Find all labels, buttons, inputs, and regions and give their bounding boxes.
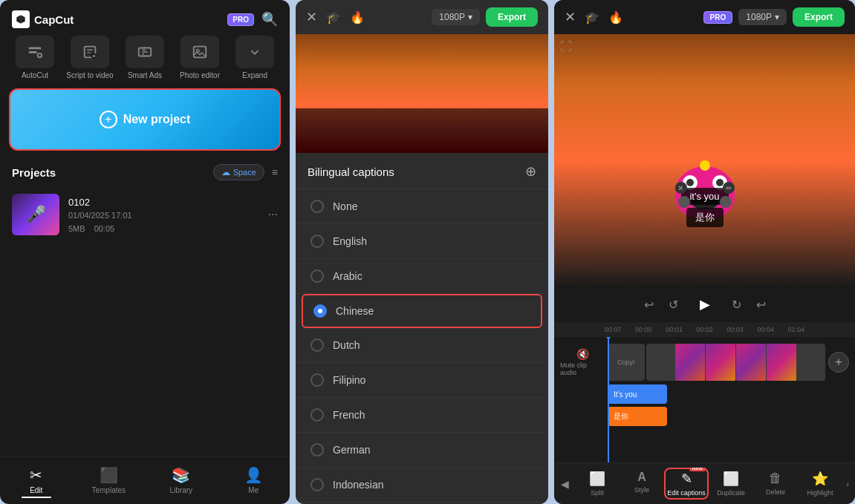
nav-templates[interactable]: ⬛ Templates [73,463,146,501]
clip-video[interactable] [646,344,825,381]
space-badge[interactable]: ☁ Space [213,164,264,180]
lang-arabic[interactable]: Arabic [296,259,548,294]
timeline-area: 00:07 00:00 00:01 00:02 00:03 00:04 01:0… [554,322,855,462]
nav-edit[interactable]: ✂ Edit [0,463,73,501]
search-icon[interactable]: 🔍 [261,11,278,27]
lang-dutch[interactable]: Dutch [296,328,548,363]
smartads-icon [126,36,164,68]
caption-edit-icon[interactable]: ✏ [723,182,735,194]
resolution-label-mid: 1080P [439,12,465,22]
track-video: 🔇 Mute clip audio Copyr [554,340,855,384]
right-close-button[interactable]: ✕ [565,9,576,25]
lang-arabic-label: Arabic [333,270,363,282]
resolution-button-right[interactable]: 1080P ▾ [738,9,787,25]
lang-german[interactable]: German [296,433,548,468]
lang-filipino-label: Filipino [333,374,365,386]
toolbar-duplicate[interactable]: ⬜ Duplicate [709,468,753,500]
tool-expand[interactable]: Expand [229,36,281,79]
new-project-area[interactable]: + New project [9,88,281,151]
add-clip-button[interactable]: + [828,352,849,373]
caption-clip-zh[interactable]: 是你 [608,407,667,426]
toolbar-split[interactable]: ⬜ Split [575,468,620,500]
radio-filipino [311,373,324,387]
lang-english[interactable]: English [296,224,548,259]
caption-clip-en[interactable]: It's you [608,384,667,404]
caption-clips: It's you 是你 [608,384,849,436]
cap-icon: 🎓 [326,10,341,24]
right-cap-icon: 🎓 [585,10,599,24]
playhead[interactable] [608,337,609,462]
caption-chinese[interactable]: 是你 [686,208,724,227]
caption-delete-icon[interactable]: ✕ [674,182,686,194]
caption-english[interactable]: ✕ ✏ it's you [680,188,728,205]
middle-header-left: ✕ 🎓 🔥 [306,9,365,25]
svg-rect-0 [29,48,42,50]
export-button-right[interactable]: Export [793,7,845,27]
lang-none-label: None [333,200,357,212]
project-stats: 5MB 00:05 [68,224,259,233]
expand-video-icon[interactable]: ⛶ [560,40,572,53]
prev-frame-icon[interactable]: ↺ [669,298,678,312]
toolbar-more[interactable]: › [840,480,855,488]
resolution-button-mid[interactable]: 1080P ▾ [432,9,480,25]
clip-text[interactable]: Copyr [608,344,645,381]
export-button-mid[interactable]: Export [486,7,538,27]
close-button[interactable]: ✕ [306,9,317,25]
audience-silhouette [296,108,548,153]
caption-handle-left[interactable] [677,196,689,208]
lang-german-label: German [333,444,371,456]
tool-photo[interactable]: Photo editor [174,36,226,79]
projects-actions: ☁ Space ≡ [213,164,278,180]
split-icon: ⬜ [589,471,605,487]
tool-autocut[interactable]: AutoCut [9,36,61,79]
tool-script[interactable]: Script to video [64,36,116,79]
lang-french[interactable]: French [296,398,548,433]
highlight-label: Highlight [807,489,833,497]
play-button[interactable]: ▶ [693,292,717,316]
toolbar-style[interactable]: A Style [620,468,664,500]
ruler-time-left: 00:07 [605,326,622,333]
thumb-3 [736,344,766,381]
right-fire-icon: 🔥 [608,10,623,24]
lang-chinese[interactable]: Chinese [302,294,542,328]
caption-track-row: It's you 是你 [554,384,855,436]
tool-smartads[interactable]: Smart Ads [119,36,171,79]
right-header-left: ✕ 🎓 🔥 [565,9,623,25]
toolbar-delete[interactable]: 🗑 Delete [753,468,798,500]
capcut-logo-icon [12,10,30,28]
ruler-mark-5: 00:04 [757,326,774,333]
templates-nav-label: Templates [91,486,126,494]
lang-none[interactable]: None [296,189,548,224]
tools-grid: AutoCut Script to video Smart Ads Photo … [0,36,290,88]
nav-me[interactable]: 👤 Me [218,463,290,501]
duplicate-label: Duplicate [717,489,745,497]
right-header: ✕ 🎓 🔥 PRO 1080P ▾ Export [554,0,855,34]
toolbar-toggle[interactable]: ◀ [554,474,575,494]
forward-icon[interactable]: ↩ [756,298,766,312]
bottom-toolbar: ◀ ⬜ Split A Style New ✎ Edit captions ⬜ … [554,462,855,504]
toolbar-highlight[interactable]: ⭐ Highlight [798,468,840,500]
captions-sort-icon[interactable]: ⊕ [525,163,536,180]
rewind-icon[interactable]: ↩ [644,298,654,312]
lang-filipino[interactable]: Filipino [296,363,548,398]
mute-audio-icon[interactable]: 🔇 [576,348,589,360]
next-frame-icon[interactable]: ↻ [732,298,741,312]
lang-indonesian[interactable]: Indonesian [296,468,548,503]
toolbar-edit-captions[interactable]: New ✎ Edit captions [664,468,709,500]
project-menu-icon[interactable]: ··· [268,208,278,221]
new-project-button[interactable]: + New project [100,111,191,128]
caption-handle-right[interactable] [720,196,732,208]
middle-header: ✕ 🎓 🔥 1080P ▾ Export [296,0,548,34]
script-label: Script to video [66,71,113,79]
nav-library[interactable]: 📚 Library [145,463,218,501]
library-nav-icon: 📚 [172,466,190,484]
library-nav-label: Library [169,486,192,494]
svg-point-2 [38,53,42,58]
nav-underline [22,497,51,498]
thumb-2 [706,344,735,381]
captions-panel: Bilingual captions ⊕ None English Arabic… [296,153,548,504]
lang-chinese-label: Chinese [336,305,374,317]
project-item[interactable]: 🎤 0102 01/04/2025 17:01 5MB 00:05 ··· [0,188,290,241]
sort-icon[interactable]: ≡ [272,166,278,178]
autocut-label: AutoCut [22,71,48,79]
